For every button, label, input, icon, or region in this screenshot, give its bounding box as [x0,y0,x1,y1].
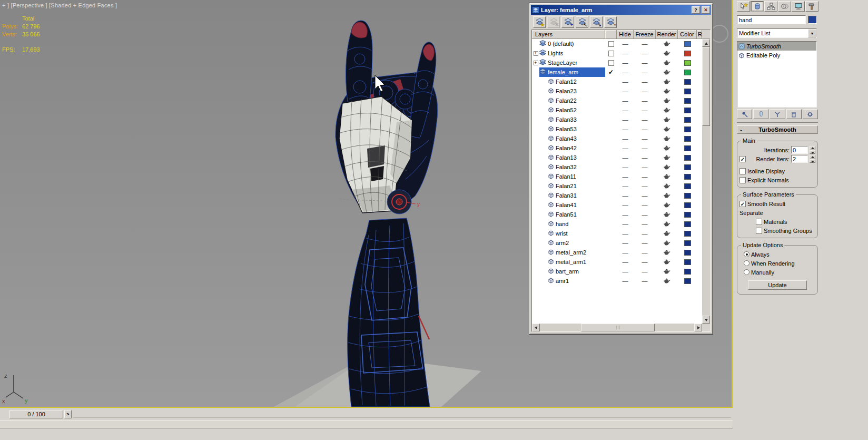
render-iters-field[interactable] [791,155,808,163]
hide-toggle[interactable]: — [617,50,634,56]
time-slider-track[interactable] [73,410,731,418]
radio-always[interactable] [744,251,749,257]
configure-modifier-sets-button[interactable] [803,109,818,119]
scroll-right-arrow[interactable] [694,324,702,331]
render-toggle-teapot-icon[interactable] [656,278,678,283]
column-color[interactable]: Color [678,30,697,39]
name-label[interactable]: Lights [548,50,563,56]
show-end-result-button[interactable] [753,109,768,119]
next-frame-button[interactable]: > [64,410,72,418]
layer-row-StageLayer[interactable]: +StageLayer—— [532,58,702,67]
explicit-normals-checkbox[interactable] [739,177,746,183]
render-toggle-teapot-icon[interactable] [656,183,678,189]
layer-color-swatch[interactable] [678,107,697,113]
radio-manually[interactable] [744,269,749,275]
object-row-Falan32[interactable]: Falan32—— [532,162,702,172]
hide-toggle[interactable]: — [617,116,634,123]
name-label[interactable]: Falan33 [556,116,577,123]
object-row-hand[interactable]: hand—— [532,219,702,229]
name-label[interactable]: Falan23 [556,88,577,94]
layer-color-swatch[interactable] [678,183,697,189]
render-toggle-teapot-icon[interactable] [656,145,678,151]
horizontal-scroll-thumb[interactable] [581,324,655,331]
layer-color-swatch[interactable] [678,136,697,142]
name-label[interactable]: Falan51 [556,211,577,218]
pin-stack-button[interactable] [737,109,752,119]
freeze-toggle[interactable]: — [634,259,656,265]
tab-modify[interactable] [751,1,764,12]
layer-color-swatch[interactable] [678,278,697,284]
freeze-toggle[interactable]: — [634,97,656,104]
name-label[interactable]: bart_arm [556,268,579,275]
freeze-toggle[interactable]: — [634,183,656,189]
hide-toggle[interactable]: — [617,79,634,85]
tab-create[interactable] [737,1,750,12]
hide-toggle[interactable]: — [617,60,634,66]
render-toggle-teapot-icon[interactable] [656,117,678,122]
hide-toggle[interactable]: — [617,211,634,218]
expand-toggle[interactable]: + [532,61,539,65]
render-toggle-teapot-icon[interactable] [656,250,678,255]
freeze-toggle[interactable]: — [634,145,656,151]
render-toggle-teapot-icon[interactable] [656,98,678,103]
hide-toggle[interactable]: — [617,202,634,208]
hide-toggle[interactable]: — [617,154,634,161]
render-iters-checkbox[interactable]: ✓ [739,156,746,162]
layer-row-female_arm[interactable]: female_arm✓—— [532,67,702,77]
render-toggle-teapot-icon[interactable] [656,70,678,75]
render-toggle-teapot-icon[interactable] [656,89,678,94]
freeze-toggle[interactable]: — [634,249,656,256]
smoothing-groups-checkbox[interactable] [756,228,762,234]
object-row-Falan21[interactable]: Falan21—— [532,181,702,191]
freeze-toggle[interactable]: — [634,88,656,94]
freeze-toggle[interactable]: — [634,202,656,208]
set-current-layer-checkbox[interactable] [608,51,614,56]
object-row-metal_arm1[interactable]: metal_arm1—— [532,257,702,267]
freeze-toggle[interactable]: — [634,116,656,123]
tab-motion[interactable] [778,1,791,12]
layer-color-swatch[interactable] [678,202,697,208]
freeze-toggle[interactable]: — [634,221,656,227]
set-current-layer-checkbox[interactable] [608,60,614,66]
object-row-Falan12[interactable]: Falan12—— [532,77,702,86]
layer-color-swatch[interactable] [678,60,697,66]
tab-utilities[interactable] [805,1,818,12]
select-layer-objects-button[interactable]: ↖ [576,16,588,28]
hide-toggle[interactable]: — [617,135,634,142]
set-current-layer-checkbox[interactable] [608,41,614,47]
layer-color-swatch[interactable] [678,231,697,237]
object-row-Falan22[interactable]: Falan22—— [532,96,702,105]
tab-hierarchy[interactable] [764,1,777,12]
modifier-stack[interactable]: TurboSmooth Editable Poly [737,41,817,107]
name-label[interactable]: Falan22 [556,97,577,104]
render-toggle-teapot-icon[interactable] [656,41,678,46]
remove-modifier-button[interactable] [786,109,802,119]
freeze-toggle[interactable]: — [634,69,656,75]
rollout-collapse-icon[interactable]: - [737,126,745,133]
object-row-Falan11[interactable]: Falan11—— [532,172,702,181]
freeze-toggle[interactable]: — [634,50,656,56]
name-label[interactable]: metal_arm1 [556,259,586,265]
object-row-Falan43[interactable]: Falan43—— [532,134,702,143]
smooth-result-checkbox[interactable]: ✓ [739,201,746,207]
freeze-toggle[interactable]: — [634,268,656,275]
hide-toggle[interactable]: — [617,278,634,284]
freeze-toggle[interactable]: — [634,164,656,170]
isoline-display-checkbox[interactable] [739,168,746,174]
render-toggle-teapot-icon[interactable] [656,107,678,113]
freeze-toggle[interactable]: — [634,60,656,66]
layer-color-swatch[interactable] [678,259,697,265]
stack-item-editable-poly[interactable]: Editable Poly [737,51,816,60]
name-label[interactable]: Falan21 [556,183,577,189]
name-label[interactable]: Falan52 [556,107,577,113]
view-rotation-gizmo[interactable] [711,25,728,42]
layer-color-swatch[interactable] [678,240,697,246]
render-toggle-teapot-icon[interactable] [656,193,678,198]
name-label[interactable]: Falan32 [556,164,577,170]
layer-color-swatch[interactable] [678,250,697,256]
render-toggle-teapot-icon[interactable] [656,212,678,217]
hide-toggle[interactable]: — [617,145,634,151]
object-row-Falan13[interactable]: Falan13—— [532,153,702,162]
layer-color-swatch[interactable] [678,98,697,104]
freeze-toggle[interactable]: — [634,230,656,237]
